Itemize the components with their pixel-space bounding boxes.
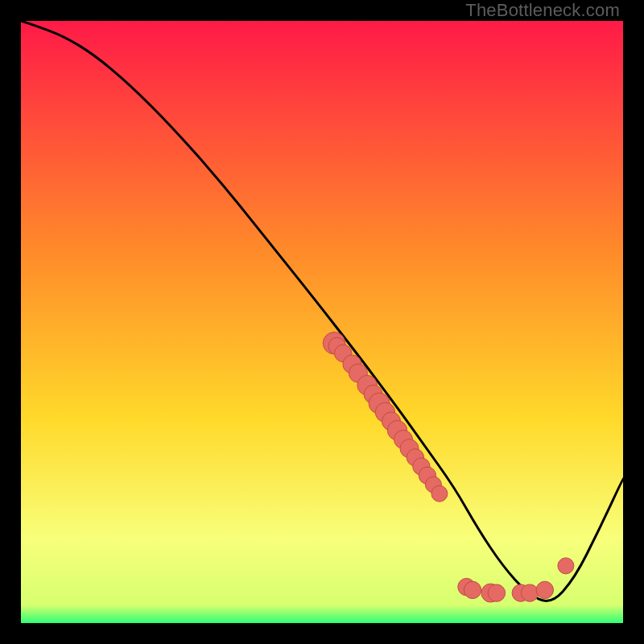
scatter-dot xyxy=(431,485,448,502)
scatter-dot xyxy=(558,558,574,574)
chart-frame: TheBottleneck.com xyxy=(0,0,644,644)
scatter-dot xyxy=(536,581,553,598)
scatter-dot xyxy=(464,581,481,598)
scatter-dot xyxy=(488,584,505,601)
plot-area xyxy=(21,21,623,623)
scatter-dot xyxy=(521,584,538,601)
watermark-text: TheBottleneck.com xyxy=(465,0,620,21)
gradient-background xyxy=(21,21,623,623)
bottleneck-curve-chart xyxy=(21,21,623,623)
